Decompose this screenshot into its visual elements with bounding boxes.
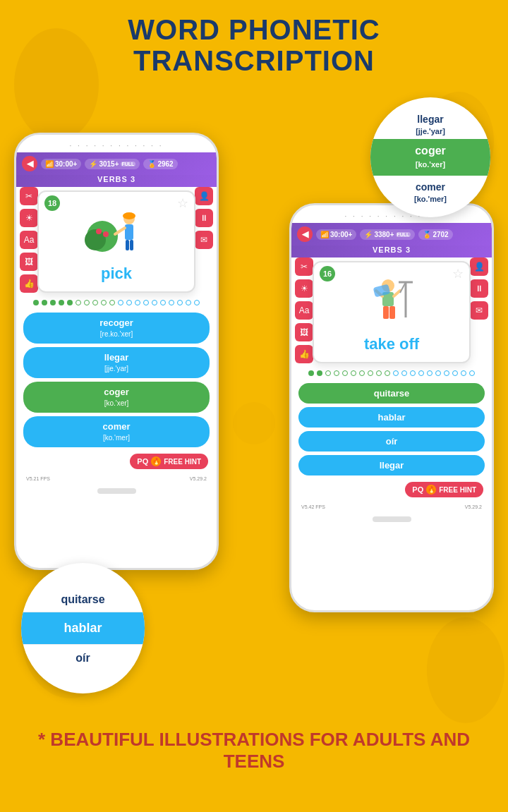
circle-left-item-3: oír: [21, 644, 145, 670]
card-word-right: take off: [364, 335, 419, 353]
dot: [194, 300, 200, 305]
dot-r: [325, 370, 331, 376]
card-word-left: pick: [101, 265, 132, 283]
title-line1: WORD PHONETIC: [7, 14, 501, 45]
hint-bar-left: PQ 🔥 FREE HINT: [16, 451, 217, 475]
dot: [177, 300, 183, 305]
answer-btn-r3[interactable]: oír: [298, 431, 485, 452]
dot-r: [427, 370, 433, 376]
dot-r: [368, 370, 373, 376]
answer-btn-1[interactable]: recoger[re.ko.'xer]: [23, 313, 210, 344]
stat-points-left: ⚡ 3015+ FULL: [85, 159, 140, 169]
dot: [109, 300, 115, 305]
back-button-left[interactable]: ◀: [22, 156, 37, 171]
side-buttons-right-left: ✂ ☀ Aa 🖼 👍: [295, 257, 313, 363]
svg-rect-17: [383, 306, 389, 319]
answer-buttons-right: quitarse hablar oír llegar: [291, 380, 492, 479]
btn-mail-r[interactable]: ✉: [470, 301, 488, 320]
dot-r: [393, 370, 399, 376]
dot: [42, 300, 47, 305]
btn-pause[interactable]: ⏸: [195, 209, 213, 227]
btn-pause-r[interactable]: ⏸: [470, 279, 488, 298]
dot-r: [342, 370, 348, 376]
btn-font-r[interactable]: Aa: [295, 301, 313, 320]
title-line2: TRANSCRIPTION: [7, 45, 501, 76]
phone-speaker-left: · · · · · · · · · · · ·: [16, 135, 217, 152]
phones-row: llegar[jje.'yar] coger[ko.'xer] comer[ko…: [7, 90, 501, 570]
app-header-left: ◀ 📶 30:00+ ⚡ 3015+ FULL 🏅 2962: [16, 152, 217, 175]
card-number-right: 16: [320, 266, 335, 281]
circle-right-item-2: coger[ko.'xer]: [370, 139, 490, 176]
dot: [75, 300, 81, 305]
btn-like-r[interactable]: 👍: [295, 345, 313, 363]
dot: [169, 300, 174, 305]
card-star-left[interactable]: ☆: [177, 195, 188, 211]
svg-point-8: [103, 231, 109, 237]
stat-coins-left: 🏅 2962: [143, 159, 177, 169]
answer-btn-r1[interactable]: quitarse: [298, 383, 485, 404]
btn-brightness[interactable]: ☀: [20, 209, 38, 227]
svg-rect-13: [130, 240, 133, 250]
svg-point-10: [123, 212, 135, 219]
svg-rect-12: [126, 240, 129, 250]
phone-right: · · · · · · · · · · · · ◀ 📶 30:00+ ⚡ 338…: [289, 203, 494, 612]
dot-r: [444, 370, 449, 376]
card-star-right[interactable]: ☆: [452, 266, 464, 281]
circle-right-item-3: comer[ko.'mer]: [370, 176, 490, 207]
btn-scissors-r[interactable]: ✂: [295, 257, 313, 276]
progress-dots-right: [291, 367, 492, 380]
btn-brightness-r[interactable]: ☀: [295, 279, 313, 298]
dot: [126, 300, 132, 305]
answer-btn-4[interactable]: comer[ko.'mer]: [23, 416, 210, 447]
flashcard-left: 18 ☆: [37, 190, 195, 293]
hint-button-right[interactable]: PQ 🔥 FREE HINT: [405, 482, 483, 497]
dot-r: [452, 370, 458, 376]
dot: [33, 300, 39, 305]
card-number-left: 18: [44, 195, 60, 211]
btn-user[interactable]: 👤: [195, 187, 213, 205]
flashcard-right: 16 ☆: [313, 261, 471, 363]
answer-btn-2[interactable]: llegar[jje.'yar]: [23, 347, 210, 378]
dot: [152, 300, 157, 305]
app-header-right: ◀ 📶 30:00+ ⚡ 3380+ FULL 🏅 2702: [291, 223, 492, 246]
progress-dots-left: [16, 296, 217, 309]
dot-r: [418, 370, 424, 376]
side-buttons-right: 👤 ⏸ ✉: [195, 187, 213, 249]
bottom-text: * BEAUTIFUL ILLUSTRATIONS FOR ADULTS AND…: [7, 718, 501, 783]
circle-left-item-1: quitarse: [21, 586, 145, 612]
btn-scissors[interactable]: ✂: [20, 187, 38, 205]
dot: [118, 300, 123, 305]
answer-btn-r4[interactable]: llegar: [298, 455, 485, 475]
dot-r: [410, 370, 416, 376]
home-button-left[interactable]: [97, 488, 136, 494]
btn-mail[interactable]: ✉: [195, 231, 213, 249]
btn-user-r[interactable]: 👤: [470, 257, 488, 276]
dot-r: [351, 370, 356, 376]
home-button-right[interactable]: [373, 516, 411, 522]
circle-callout-right: llegar[jje.'yar] coger[ko.'xer] comer[ko…: [370, 97, 490, 217]
dot-r: [401, 370, 407, 376]
hint-button-left[interactable]: PQ 🔥 FREE HINT: [130, 454, 208, 469]
circle-area: quitarse hablar oír: [7, 563, 501, 718]
fps-version-left: V5.21 FPS V5.29.2: [16, 475, 217, 483]
fps-version-right: V5.42 FPS V5.29.2: [291, 503, 492, 511]
btn-font[interactable]: Aa: [20, 231, 38, 249]
back-button-right[interactable]: ◀: [297, 226, 313, 242]
stat-points-right: ⚡ 3380+ FULL: [360, 229, 415, 240]
answer-btn-r2[interactable]: hablar: [298, 407, 485, 428]
hint-icon-right: 🔥: [426, 485, 436, 495]
btn-image-r[interactable]: 🖼: [295, 323, 313, 341]
side-buttons-left: ✂ ☀ Aa 🖼 👍: [20, 187, 38, 293]
section-title-right: VERBS 3: [291, 246, 492, 257]
phone-left: · · · · · · · · · · · · ◀ 📶 30:00+ ⚡ 301…: [14, 133, 219, 570]
dot: [186, 300, 191, 305]
btn-like[interactable]: 👍: [20, 274, 38, 293]
dot: [135, 300, 140, 305]
dot: [101, 300, 107, 305]
btn-image[interactable]: 🖼: [20, 253, 38, 271]
dot: [67, 300, 73, 305]
svg-point-6: [85, 229, 106, 250]
answer-btn-3[interactable]: coger[ko.'xer]: [23, 382, 210, 413]
dot-r: [461, 370, 466, 376]
svg-line-20: [394, 291, 400, 296]
